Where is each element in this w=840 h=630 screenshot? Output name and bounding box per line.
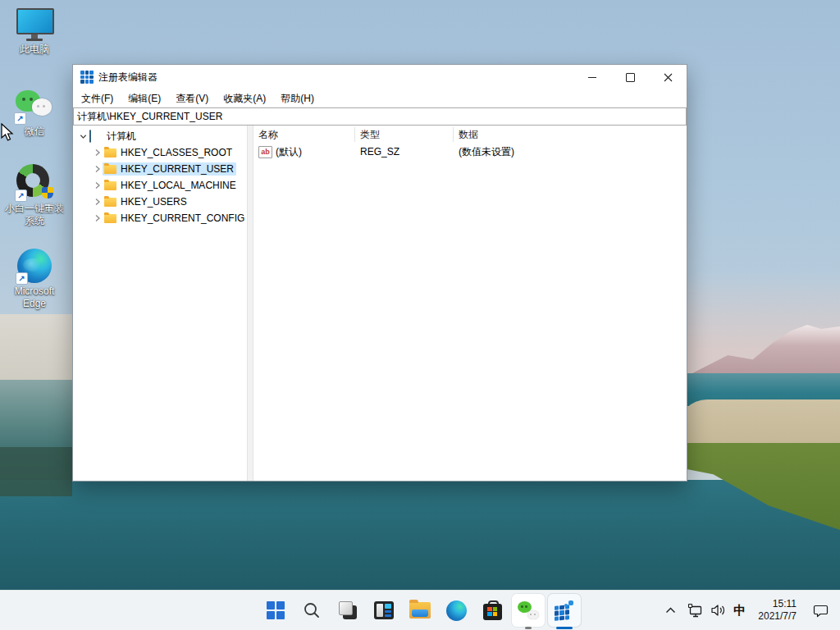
tree-item-hkey-local-machine[interactable]: HKEY_LOCAL_MACHINE — [73, 177, 247, 194]
desktop-icon-label: 此电脑 — [20, 43, 49, 56]
desktop-icon-label: 小白一键重装系统 — [5, 203, 64, 227]
window-title: 注册表编辑器 — [98, 71, 158, 84]
chevron-right-icon[interactable] — [93, 165, 103, 173]
search-button[interactable] — [295, 594, 328, 627]
tree-item-hkey-classes-root[interactable]: HKEY_CLASSES_ROOT — [73, 144, 247, 161]
taskbar: 中 15:11 2021/7/7 — [0, 590, 840, 630]
network-button[interactable] — [684, 596, 707, 625]
menu-favorites[interactable]: 收藏夹(A) — [216, 89, 273, 107]
registry-editor-icon — [555, 600, 574, 620]
task-view-button[interactable] — [368, 594, 400, 627]
start-button[interactable] — [259, 594, 292, 627]
chevron-down-icon[interactable] — [78, 133, 88, 140]
list-header: 名称 类型 数据 — [253, 126, 687, 144]
desktop-icon-this-pc[interactable]: 此电脑 — [0, 8, 69, 56]
chevron-right-icon[interactable] — [93, 214, 103, 222]
menu-bar: 文件(F) 编辑(E) 查看(V) 收藏夹(A) 帮助(H) — [73, 89, 687, 107]
computer-icon — [89, 130, 103, 142]
microsoft-store-button[interactable] — [476, 594, 509, 627]
notification-center-button[interactable] — [810, 596, 832, 625]
edge-icon: ↗ — [17, 249, 52, 283]
wechat-icon: ↗ — [16, 89, 53, 123]
speaker-icon — [710, 604, 726, 617]
wallpaper-sand-dune — [0, 314, 72, 381]
maximize-icon — [626, 73, 635, 82]
ime-indicator[interactable]: 中 — [729, 596, 750, 625]
column-header-data[interactable]: 数据 — [454, 127, 687, 142]
overlapping-squares-app-button[interactable] — [331, 594, 364, 627]
menu-help[interactable]: 帮助(H) — [273, 89, 322, 107]
column-header-type[interactable]: 类型 — [355, 127, 454, 142]
shortcut-arrow-icon: ↗ — [16, 272, 28, 285]
menu-view[interactable]: 查看(V) — [168, 89, 216, 107]
tree-item-hkey-users[interactable]: HKEY_USERS — [73, 194, 247, 210]
folder-icon — [104, 214, 116, 223]
active-indicator — [556, 627, 573, 629]
this-pc-icon — [16, 8, 52, 41]
clock-time: 15:11 — [758, 598, 797, 610]
wechat-taskbar-button[interactable] — [512, 594, 545, 627]
shortcut-arrow-icon: ↗ — [15, 189, 27, 202]
column-header-name[interactable]: 名称 — [253, 127, 355, 142]
maximize-button[interactable] — [611, 65, 649, 89]
search-icon — [303, 601, 321, 619]
file-explorer-icon — [409, 602, 431, 619]
xiaobai-reinstall-icon: ↗ — [16, 164, 52, 200]
registry-tree-pane: 计算机 HKEY_CLASSES_ROOT HKEY_CURRENT_USER — [73, 126, 247, 481]
string-value-icon: ab — [258, 146, 272, 158]
values-list-pane: 名称 类型 数据 ab (默认) REG_SZ (数值未设置) — [253, 126, 687, 481]
value-row-default[interactable]: ab (默认) REG_SZ (数值未设置) — [253, 144, 687, 160]
menu-file[interactable]: 文件(F) — [74, 89, 121, 107]
volume-button[interactable] — [707, 596, 729, 625]
chevron-right-icon[interactable] — [93, 148, 103, 157]
shortcut-arrow-icon: ↗ — [14, 112, 26, 125]
clock-date: 2021/7/7 — [758, 610, 797, 623]
registry-editor-taskbar-button[interactable] — [548, 594, 581, 627]
overlapping-squares-icon — [338, 600, 358, 620]
title-bar[interactable]: 注册表编辑器 — [73, 65, 687, 89]
desktop-icon-xiaobai-reinstall[interactable]: ↗ 小白一键重装系统 — [0, 164, 69, 227]
tree-item-computer[interactable]: 计算机 — [73, 128, 247, 144]
clock[interactable]: 15:11 2021/7/7 — [753, 598, 801, 623]
folder-icon — [104, 181, 116, 190]
close-button[interactable] — [649, 65, 687, 89]
edge-button[interactable] — [440, 594, 472, 627]
folder-icon — [104, 148, 116, 158]
folder-icon — [104, 198, 116, 207]
taskbar-center-icons — [259, 591, 581, 630]
wallpaper-water — [0, 480, 840, 591]
desktop-icon-label: 微信 — [25, 126, 44, 138]
desktop-icon-microsoft-edge[interactable]: ↗ MicrosoftEdge — [0, 249, 69, 310]
menu-edit[interactable]: 编辑(E) — [121, 89, 168, 107]
registry-editor-window: 注册表编辑器 文件(F) 编辑(E) 查看(V) 收藏夹(A) 帮助(H) 计算… — [72, 64, 687, 482]
chevron-right-icon[interactable] — [93, 198, 103, 206]
task-view-icon — [374, 601, 394, 619]
pane-splitter[interactable] — [247, 126, 253, 481]
tree-item-hkey-current-config[interactable]: HKEY_CURRENT_CONFIG — [73, 210, 247, 226]
minimize-icon — [588, 77, 596, 78]
folder-icon — [104, 165, 116, 174]
system-tray: 中 15:11 2021/7/7 — [662, 591, 832, 630]
wallpaper-wheat-grass — [678, 399, 840, 450]
notification-icon — [813, 604, 829, 618]
close-icon — [664, 73, 673, 82]
window-body: 计算机 HKEY_CLASSES_ROOT HKEY_CURRENT_USER — [73, 126, 687, 481]
wallpaper-dark-reflection — [0, 447, 72, 496]
registry-editor-icon — [80, 71, 94, 84]
ethernet-icon — [687, 603, 704, 618]
mouse-cursor — [0, 123, 15, 143]
address-bar[interactable]: 计算机\HKEY_CURRENT_USER — [73, 107, 687, 126]
windows-logo-icon — [267, 601, 285, 619]
selected-tree-item: HKEY_CURRENT_USER — [103, 162, 236, 176]
running-indicator — [525, 627, 532, 629]
microsoft-store-icon — [483, 604, 502, 620]
tree-item-hkey-current-user[interactable]: HKEY_CURRENT_USER — [73, 161, 247, 177]
minimize-button[interactable] — [573, 65, 611, 89]
chevron-up-icon — [665, 607, 676, 614]
tray-overflow-button[interactable] — [662, 596, 679, 625]
desktop-icon-label: MicrosoftEdge — [15, 285, 55, 310]
chevron-right-icon[interactable] — [93, 181, 103, 189]
edge-icon — [446, 600, 467, 621]
wechat-icon — [518, 601, 539, 619]
file-explorer-button[interactable] — [404, 594, 436, 627]
